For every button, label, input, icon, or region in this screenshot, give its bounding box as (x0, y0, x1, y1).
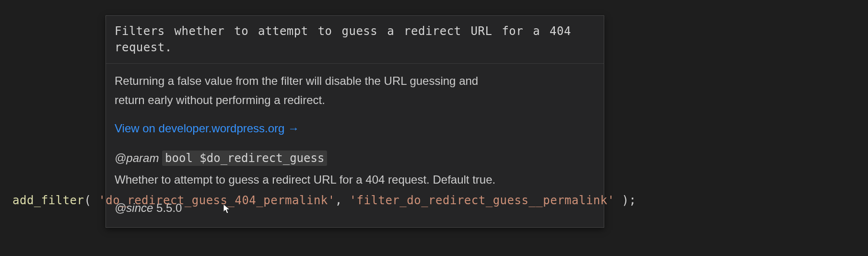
param-tag: @param (115, 151, 159, 164)
token-punct: ); (615, 194, 636, 207)
tooltip-description-line1: Returning a false value from the filter … (115, 71, 595, 91)
editor-code-line[interactable]: add_filter( 'do_redirect_guess_404_perma… (12, 194, 636, 207)
tooltip-summary: Filters whether to attempt to guess a re… (106, 16, 604, 64)
param-type-var: bool $do_redirect_guess (162, 151, 327, 166)
token-function: add_filter (12, 194, 84, 207)
tooltip-description-line2: return early without performing a redire… (115, 91, 595, 110)
param-description: Whether to attempt to guess a redirect U… (115, 170, 595, 189)
token-string-arg2: 'filter_do_redirect_guess__permalink' (350, 194, 615, 207)
token-punct: , (335, 194, 350, 207)
docs-link[interactable]: View on developer.wordpress.org → (115, 119, 299, 138)
token-punct: ( (84, 194, 99, 207)
param-line: @param bool $do_redirect_guess (115, 149, 595, 168)
token-string-arg1: 'do_redirect_guess_404_permalink' (98, 194, 335, 207)
